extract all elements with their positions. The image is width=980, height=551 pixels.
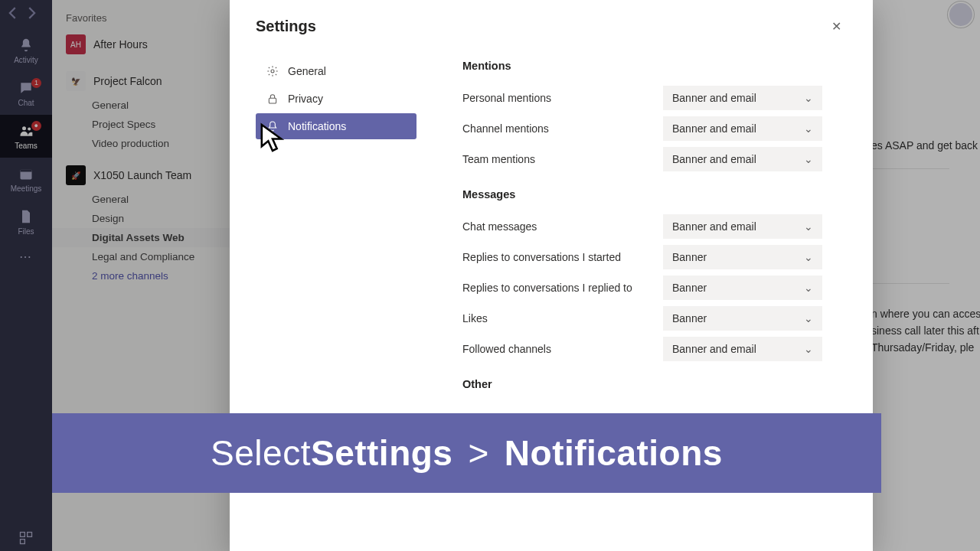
banner-sep: > [468, 432, 488, 474]
chevron-down-icon: ⌄ [804, 220, 813, 233]
chevron-down-icon: ⌄ [804, 282, 813, 294]
settings-title: Settings [256, 18, 316, 35]
gear-icon [266, 65, 279, 77]
dropdown-replies-replied[interactable]: Banner⌄ [663, 276, 822, 300]
instruction-banner: Select Settings > Notifications [52, 413, 881, 493]
row-label: Likes [462, 312, 488, 324]
svg-rect-8 [269, 98, 276, 103]
dropdown-followed-channels[interactable]: Banner and email⌄ [663, 337, 822, 361]
dropdown-chat-messages[interactable]: Banner and email⌄ [663, 214, 822, 239]
chevron-down-icon: ⌄ [804, 343, 813, 355]
dropdown-replies-started[interactable]: Banner⌄ [663, 245, 822, 269]
row-label: Channel mentions [462, 122, 549, 135]
chevron-down-icon: ⌄ [804, 312, 813, 324]
settings-nav-label: Notifications [288, 120, 346, 132]
row-label: Team mentions [462, 153, 535, 165]
dropdown-channel-mentions[interactable]: Banner and email⌄ [663, 116, 822, 141]
row-label: Chat messages [462, 220, 537, 233]
close-icon: ✕ [831, 19, 841, 34]
chevron-down-icon: ⌄ [804, 251, 813, 263]
section-mentions-title: Mentions [462, 60, 847, 72]
banner-text: Notifications [505, 432, 723, 474]
settings-nav-notifications[interactable]: Notifications [256, 113, 416, 139]
chevron-down-icon: ⌄ [804, 122, 813, 135]
banner-text: Select [211, 432, 311, 474]
settings-nav-general[interactable]: General [256, 58, 416, 84]
row-label: Followed channels [462, 343, 551, 355]
lock-icon [266, 93, 279, 105]
svg-point-7 [271, 70, 274, 73]
section-other-title: Other [462, 378, 847, 390]
settings-nav-privacy[interactable]: Privacy [256, 86, 416, 112]
settings-nav-label: Privacy [288, 93, 323, 105]
settings-nav-label: General [288, 65, 326, 77]
section-messages-title: Messages [462, 188, 847, 201]
chevron-down-icon: ⌄ [804, 153, 813, 165]
close-button[interactable]: ✕ [825, 15, 847, 37]
bell-icon [266, 120, 279, 132]
row-label: Personal mentions [462, 92, 551, 104]
row-label: Replies to conversations I replied to [462, 282, 632, 294]
row-label: Replies to conversations I started [462, 251, 621, 263]
dropdown-team-mentions[interactable]: Banner and email⌄ [663, 147, 822, 171]
banner-text: Settings [311, 432, 452, 474]
dropdown-personal-mentions[interactable]: Banner and email⌄ [663, 86, 822, 110]
chevron-down-icon: ⌄ [804, 92, 813, 104]
dropdown-likes[interactable]: Banner⌄ [663, 306, 822, 331]
